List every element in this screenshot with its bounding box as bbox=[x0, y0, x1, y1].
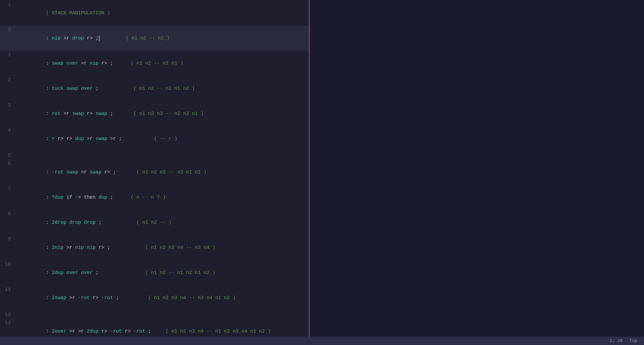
line-num-2: 2 bbox=[0, 26, 14, 51]
code-panel: 1 ( STACK MANIPULATION ) 2 : nip >r drop… bbox=[0, 0, 309, 345]
line-num-8: 8 bbox=[0, 210, 14, 235]
line-content-6: : -rot swap >r swap r> ; ( n1 n2 n3 -- n… bbox=[14, 160, 309, 185]
line-num-1: 1 bbox=[0, 1, 14, 26]
line-content-sub-2: : tuck swap over ; ( n1 n2 -- n2 n1 n2 ) bbox=[14, 76, 309, 101]
line-num-sub-2: 2 bbox=[0, 76, 14, 101]
line-6: 6 : -rot swap >r swap r> ; ( n1 n2 n3 --… bbox=[0, 160, 309, 185]
line-4: 4 : r r> r> dup >r swap >r ; ( -- r ) bbox=[0, 126, 309, 151]
line-num-12: 12 bbox=[0, 310, 14, 319]
scroll-status: Top bbox=[630, 338, 637, 343]
line-content-4: : r r> r> dup >r swap >r ; ( -- r ) bbox=[14, 126, 309, 151]
line-content-8: : 2drop drop drop ; ( n1 n2 -- ) bbox=[14, 210, 309, 235]
line-num-10: 10 bbox=[0, 260, 14, 285]
line-10: 10 : 2dup over over ; ( n1 n2 -- n1 n2 n… bbox=[0, 260, 309, 285]
line-num-4: 4 bbox=[0, 126, 14, 151]
line-12: 12 bbox=[0, 310, 309, 319]
line-num-9: 9 bbox=[0, 235, 14, 260]
cursor-position: 2, 28 bbox=[610, 338, 623, 343]
line-content-3: : rot >r swap r> swap ; ( n1 n2 n3 -- n2… bbox=[14, 101, 309, 126]
status-bar: 2, 28 Top bbox=[0, 337, 644, 345]
line-num-sub-1: 1 bbox=[0, 51, 14, 76]
line-sub-1: 1 : swap over >r nip r> ; ( n1 n2 -- n2 … bbox=[0, 51, 309, 76]
line-num-7: 7 bbox=[0, 185, 14, 210]
line-content-2: : nip >r drop r> ; ( n1 n2 -- n2 ) bbox=[14, 26, 309, 51]
line-5: 5 bbox=[0, 151, 309, 160]
line-content-9: : 2nip >r nip nip r> ; ( n1 n2 n3 n4 -- … bbox=[14, 235, 309, 260]
editor-container: 1 ( STACK MANIPULATION ) 2 : nip >r drop… bbox=[0, 0, 644, 345]
right-panel bbox=[310, 0, 644, 345]
line-content-5 bbox=[14, 151, 309, 160]
line-11: 11 : 2swap >r -rot r> -rot ; ( n1 n2 n3 … bbox=[0, 285, 309, 310]
code-lines: 1 ( STACK MANIPULATION ) 2 : nip >r drop… bbox=[0, 0, 309, 345]
cursor bbox=[99, 36, 100, 41]
line-content-11: : 2swap >r -rot r> -rot ; ( n1 n2 n3 n4 … bbox=[14, 285, 309, 310]
line-8: 8 : 2drop drop drop ; ( n1 n2 -- ) bbox=[0, 210, 309, 235]
line-num-5: 5 bbox=[0, 151, 14, 160]
line-num-3: 3 bbox=[0, 101, 14, 126]
line-sub-2: 2 : tuck swap over ; ( n1 n2 -- n2 n1 n2… bbox=[0, 76, 309, 101]
line-1: 1 ( STACK MANIPULATION ) bbox=[0, 1, 309, 26]
line-content-10: : 2dup over over ; ( n1 n2 -- n1 n2 n1 n… bbox=[14, 260, 309, 285]
line-num-11: 11 bbox=[0, 285, 14, 310]
line-3: 3 : rot >r swap r> swap ; ( n1 n2 n3 -- … bbox=[0, 101, 309, 126]
line-content-12 bbox=[14, 310, 309, 319]
line-2: 2 : nip >r drop r> ; ( n1 n2 -- n2 ) bbox=[0, 26, 309, 51]
line-7: 7 : ?dup if -> then dup ; ( n -- n ? ) bbox=[0, 185, 309, 210]
line-num-6: 6 bbox=[0, 160, 14, 185]
line-9: 9 : 2nip >r nip nip r> ; ( n1 n2 n3 n4 -… bbox=[0, 235, 309, 260]
line-content-1: ( STACK MANIPULATION ) bbox=[14, 1, 309, 26]
line-content-sub-1: : swap over >r nip r> ; ( n1 n2 -- n2 n1… bbox=[14, 51, 309, 76]
line-content-7: : ?dup if -> then dup ; ( n -- n ? ) bbox=[14, 185, 309, 210]
